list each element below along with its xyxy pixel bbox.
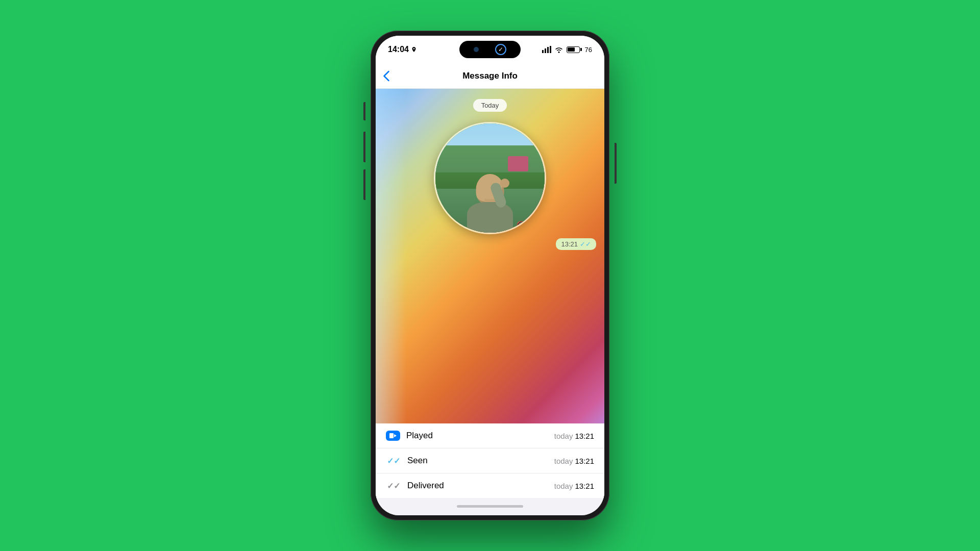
dynamic-island: ✓ xyxy=(459,41,521,58)
volume-up-button xyxy=(363,132,365,162)
message-area: Today xyxy=(376,89,604,423)
check-icon: ✓ xyxy=(498,46,503,53)
power-button xyxy=(615,143,617,184)
played-time: today 13:21 xyxy=(554,432,594,440)
video-overlay: 🔇 0:08 xyxy=(435,221,545,229)
volume-down-button xyxy=(363,169,365,200)
mute-icon: 🔇 xyxy=(517,221,525,229)
battery-percent: 76 xyxy=(585,46,592,54)
svg-rect-0 xyxy=(542,50,544,53)
read-receipt-icon: ✓✓ xyxy=(580,240,591,248)
seen-icon: ✓✓ xyxy=(386,456,401,466)
status-bar: 14:04 ✓ xyxy=(376,36,604,63)
today-badge: Today xyxy=(473,99,507,112)
played-row: Played today 13:21 xyxy=(376,423,604,448)
activity-ring: ✓ xyxy=(495,44,506,55)
delivered-label: Delivered xyxy=(407,481,554,491)
seen-time-prefix: today xyxy=(554,457,573,465)
status-time: 14:04 xyxy=(388,45,417,54)
battery-icon xyxy=(567,46,582,53)
page-title: Message Info xyxy=(462,71,518,81)
video-thumbnail xyxy=(435,123,545,233)
seen-time-value: 13:21 xyxy=(575,457,594,465)
camera-dot xyxy=(474,47,479,52)
svg-rect-2 xyxy=(547,47,549,53)
delivered-row: ✓✓ Delivered today 13:21 xyxy=(376,473,604,498)
delivered-icon: ✓✓ xyxy=(386,481,401,491)
played-label: Played xyxy=(406,431,554,441)
info-section: Played today 13:21 ✓✓ Seen today 13:21 xyxy=(376,423,604,498)
home-indicator-area xyxy=(376,498,604,515)
seen-row: ✓✓ Seen today 13:21 xyxy=(376,448,604,473)
delivered-time-value: 13:21 xyxy=(575,482,594,490)
seen-label: Seen xyxy=(407,456,554,466)
location-icon xyxy=(411,46,417,53)
back-button[interactable] xyxy=(383,70,390,82)
timestamp-time: 13:21 xyxy=(561,240,578,248)
status-icons: 76 xyxy=(542,46,592,54)
wifi-icon xyxy=(554,46,564,53)
mute-button xyxy=(363,102,365,120)
time-display: 14:04 xyxy=(388,45,409,54)
svg-rect-1 xyxy=(545,48,546,53)
info-list: Played today 13:21 ✓✓ Seen today 13:21 xyxy=(376,423,604,498)
svg-rect-3 xyxy=(550,46,551,53)
played-time-prefix: today xyxy=(554,432,573,440)
phone-screen: 14:04 ✓ xyxy=(376,36,604,515)
seen-time: today 13:21 xyxy=(554,457,594,465)
message-timestamp: 13:21 ✓✓ xyxy=(556,238,596,250)
video-message[interactable]: 🔇 0:08 xyxy=(434,122,546,234)
delivered-time: today 13:21 xyxy=(554,482,594,490)
header: Message Info xyxy=(376,63,604,89)
played-time-value: 13:21 xyxy=(575,432,594,440)
svg-rect-4 xyxy=(389,433,394,438)
delivered-time-prefix: today xyxy=(554,482,573,490)
video-duration: 0:08 xyxy=(527,221,538,229)
signal-icon xyxy=(542,46,551,53)
phone-device: 14:04 ✓ xyxy=(371,31,609,520)
desktop-background: 14:04 ✓ xyxy=(0,0,980,551)
played-icon xyxy=(386,431,400,441)
